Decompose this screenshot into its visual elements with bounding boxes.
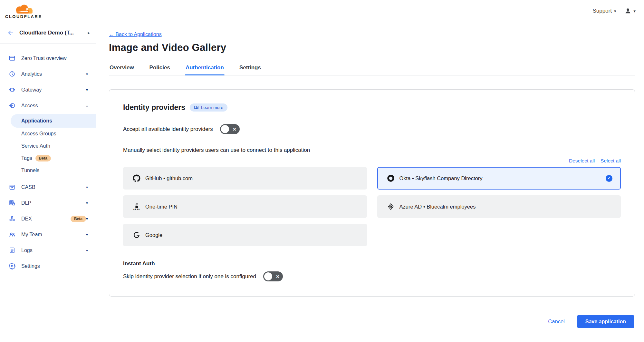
accept-all-toggle[interactable]: ✕	[220, 124, 240, 134]
chevron-down-icon[interactable]: ▾	[86, 217, 88, 221]
sidebar-item-settings[interactable]: Settings	[0, 258, 96, 274]
sidebar-item-service-auth[interactable]: Service Auth	[0, 140, 96, 152]
deselect-all-link[interactable]: Deselect all	[569, 158, 595, 164]
network-nodes-icon	[9, 215, 16, 222]
brand-wordmark: CLOUDFLARE	[5, 15, 42, 19]
toggle-knob	[264, 272, 272, 280]
sidebar-item-dlp[interactable]: DLP ▾	[0, 195, 96, 211]
instant-auth-heading: Instant Auth	[123, 260, 621, 267]
chevron-down-icon[interactable]: ▾	[86, 232, 88, 237]
one-time-pin-lock-icon: ****	[132, 202, 141, 211]
provider-azure-ad[interactable]: Azure AD • Bluecalm employees	[377, 195, 621, 218]
people-icon	[9, 231, 16, 238]
sidebar-item-my-team[interactable]: My Team ▾	[0, 227, 96, 242]
support-label: Support	[592, 8, 612, 14]
sidebar-item-gateway[interactable]: Gateway ▾	[0, 82, 96, 98]
toggle-off-x-icon: ✕	[233, 127, 236, 132]
sidebar-item-dex[interactable]: DEX Beta ▾	[0, 211, 96, 227]
gateway-icon	[9, 86, 16, 93]
tab-overview[interactable]: Overview	[109, 62, 135, 75]
sidebar-nav: Zero Trust overview Analytics ▾ Gateway …	[0, 44, 96, 274]
sidebar-item-analytics[interactable]: Analytics ▾	[0, 66, 96, 82]
sidebar-item-logs[interactable]: Logs ▾	[0, 242, 96, 258]
main-content: ← Back to Applications Image and Video G…	[96, 22, 644, 342]
google-icon	[132, 230, 141, 240]
cloudflare-cloud-icon	[13, 5, 34, 14]
page-title: Image and Video Gallery	[109, 42, 635, 54]
beta-badge: Beta	[71, 216, 86, 222]
chevron-up-icon[interactable]: ▴	[86, 103, 88, 108]
card-title: Identity providers	[123, 103, 185, 112]
chevron-down-icon[interactable]: ▾	[86, 88, 88, 92]
tab-bar: Overview Policies Authentication Setting…	[109, 62, 635, 75]
identity-providers-card: Identity providers Learn more Accept all…	[109, 89, 635, 297]
cloudflare-logo: CLOUDFLARE	[5, 3, 42, 19]
account-name: Cloudflare Demo (T...	[19, 30, 82, 36]
document-lock-icon	[9, 200, 16, 207]
chevron-down-icon[interactable]: ▾	[86, 72, 88, 76]
account-switcher: Cloudflare Demo (T... ▸	[0, 22, 96, 44]
support-menu[interactable]: Support ▾	[592, 8, 616, 14]
toggle-knob	[221, 125, 229, 133]
sidebar-item-casb[interactable]: CASB ▾	[0, 179, 96, 195]
log-list-icon	[9, 247, 16, 254]
provider-okta[interactable]: Okta • Skyflash Company Directory ✓	[377, 167, 621, 190]
top-bar: CLOUDFLARE Support ▾ ▾	[0, 0, 644, 22]
learn-more-badge[interactable]: Learn more	[190, 103, 227, 112]
access-subnav: Applications Access Groups Service Auth …	[0, 113, 96, 179]
sidebar-item-access[interactable]: Access ▴	[0, 98, 96, 113]
azure-ad-icon	[387, 202, 395, 211]
book-icon	[194, 105, 199, 110]
tab-policies[interactable]: Policies	[149, 62, 171, 75]
chevron-down-icon: ▾	[633, 9, 636, 14]
sidebar-item-access-groups[interactable]: Access Groups	[0, 128, 96, 140]
pie-chart-icon	[9, 71, 16, 78]
tab-settings[interactable]: Settings	[239, 62, 262, 75]
back-to-applications-link[interactable]: ← Back to Applications	[109, 32, 162, 37]
user-icon	[624, 7, 631, 15]
manual-select-label: Manually select identity providers users…	[123, 147, 621, 153]
provider-grid: GitHub • github.com Okta • Skyflash Comp…	[123, 167, 621, 246]
chevron-down-icon[interactable]: ▾	[86, 201, 88, 205]
provider-google[interactable]: Google	[123, 224, 367, 246]
gear-icon	[9, 263, 16, 270]
chevron-right-icon[interactable]: ▸	[88, 30, 90, 35]
selected-check-icon: ✓	[606, 175, 612, 182]
beta-badge: Beta	[35, 155, 51, 161]
instant-auth-toggle[interactable]: ✕	[263, 271, 283, 281]
access-login-icon	[9, 102, 16, 109]
sidebar-item-applications[interactable]: Applications	[11, 114, 96, 128]
back-arrow-icon[interactable]	[7, 29, 14, 36]
provider-github[interactable]: GitHub • github.com	[123, 167, 367, 190]
footer-actions: Cancel Save application	[109, 309, 635, 328]
select-all-link[interactable]: Select all	[601, 158, 621, 164]
window-icon	[9, 55, 16, 62]
save-application-button[interactable]: Save application	[577, 315, 634, 328]
sidebar: Cloudflare Demo (T... ▸ Zero Trust overv…	[0, 22, 96, 342]
instant-auth-label: Skip identity provider selection if only…	[123, 273, 256, 280]
sidebar-item-tags[interactable]: Tags Beta	[0, 152, 96, 164]
okta-icon	[387, 173, 395, 183]
toggle-off-x-icon: ✕	[276, 274, 280, 279]
user-menu[interactable]: ▾	[624, 7, 636, 15]
otp-stars: ****	[133, 209, 140, 210]
chevron-down-icon[interactable]: ▾	[86, 248, 88, 253]
chevron-down-icon[interactable]: ▾	[86, 185, 88, 190]
cancel-button[interactable]: Cancel	[548, 318, 564, 325]
github-icon	[132, 173, 141, 183]
chevron-down-icon: ▾	[614, 9, 616, 14]
accept-all-label: Accept all available identity providers	[123, 126, 213, 132]
casb-box-check-icon	[9, 184, 16, 191]
sidebar-item-tunnels[interactable]: Tunnels	[0, 164, 96, 177]
provider-one-time-pin[interactable]: **** One-time PIN	[123, 195, 367, 218]
sidebar-item-zero-trust-overview[interactable]: Zero Trust overview	[0, 50, 96, 66]
tab-authentication[interactable]: Authentication	[185, 62, 225, 75]
